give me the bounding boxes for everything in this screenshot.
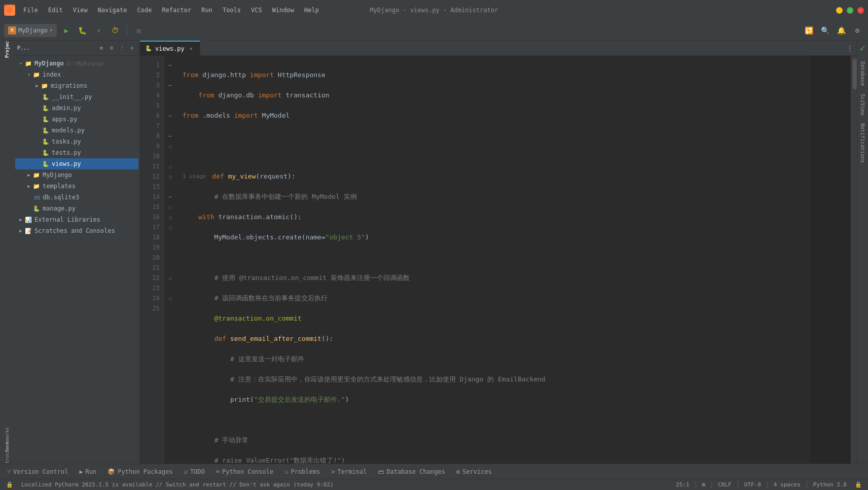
code-line-8: with transaction.atomic():	[183, 212, 804, 222]
run-button[interactable]: ▶	[60, 24, 73, 37]
code-line-11: # 使用 @transaction.on_commit 装饰器来注册一个回调函数	[183, 273, 804, 283]
code-content[interactable]: from django.http import HttpResponse fro…	[176, 56, 810, 464]
update-button[interactable]: 🔁	[802, 24, 815, 37]
gutter-bp-22[interactable]: ○	[164, 273, 176, 283]
tree-item-ext-libs[interactable]: ▶ 📊 External Libraries	[15, 214, 138, 225]
bottom-tab-terminal[interactable]: > Terminal	[326, 465, 372, 479]
tree-label: views.py	[52, 160, 81, 167]
menu-file[interactable]: File	[19, 5, 42, 15]
vertical-scrollbar[interactable]	[851, 56, 857, 464]
minimize-button[interactable]: ─	[836, 7, 843, 14]
tree-item-tasks[interactable]: 🐍 tasks.py	[15, 136, 138, 147]
bottom-tab-database-changes[interactable]: 🗃 Database Changes	[373, 465, 450, 479]
tree-label: models.py	[52, 127, 85, 134]
tree-item-views[interactable]: 🐍 views.py	[15, 158, 138, 169]
tab-more-button[interactable]: ⋮	[843, 45, 857, 52]
close-button[interactable]: ✕	[857, 7, 864, 14]
gutter-bp-17[interactable]: ○	[164, 222, 176, 232]
django-icon: 🐍	[42, 104, 50, 112]
bottom-tab-label: Python Packages	[118, 468, 172, 475]
close-panel-button[interactable]: ✕	[127, 44, 136, 53]
menu-tools[interactable]: Tools	[219, 5, 245, 15]
gutter-fold-6[interactable]: ⌐	[164, 111, 176, 121]
tree-label: External Libraries	[34, 216, 100, 223]
minimap	[810, 56, 851, 464]
python-interpreter[interactable]: Python 3.8	[811, 481, 849, 488]
coverage-button[interactable]: ⚡	[92, 24, 105, 37]
tree-item-index[interactable]: ▾ 📁 index	[15, 69, 138, 80]
tree-item-manage[interactable]: 🐍 manage.py	[15, 203, 138, 214]
menu-code[interactable]: Code	[133, 5, 156, 15]
tree-item-migrations[interactable]: ▶ 📁 migrations	[15, 80, 138, 91]
debug-button[interactable]: 🐛	[76, 24, 89, 37]
run-config-dropdown[interactable]: ▾	[50, 27, 53, 33]
services-icon: ⚙	[456, 468, 460, 475]
settings-button[interactable]: ⚙	[851, 24, 864, 37]
tree-item-apps[interactable]: 🐍 apps.py	[15, 114, 138, 125]
tree-item-init[interactable]: 🐍 __init__.py	[15, 91, 138, 102]
tree-item-db[interactable]: 🗃 db.sqlite3	[15, 192, 138, 203]
menu-navigate[interactable]: Navigate	[94, 5, 131, 15]
tab-close-button[interactable]: ✕	[188, 45, 195, 52]
tree-item-models[interactable]: 🐍 models.py	[15, 125, 138, 136]
code-line-4	[183, 131, 804, 141]
gutter-bp-9[interactable]: ○	[164, 141, 176, 151]
menu-help[interactable]: Help	[300, 5, 323, 15]
bottom-tab-problems[interactable]: ⚠ Problems	[279, 465, 325, 479]
gutter-fold-14[interactable]: ⌐	[164, 192, 176, 202]
gutter-fold-1[interactable]: ⌐	[164, 60, 176, 70]
encoding[interactable]: UTF-8	[742, 481, 763, 488]
gutter-bp-16[interactable]: ○	[164, 212, 176, 222]
gutter-fold-3[interactable]: ⌐	[164, 80, 176, 90]
stop-button[interactable]: ■	[132, 24, 146, 37]
menu-vcs[interactable]: VCS	[247, 5, 266, 15]
project-panel-toggle[interactable]: Project	[2, 43, 13, 54]
tree-item-templates[interactable]: ▶ 📁 templates	[15, 181, 138, 192]
bottom-tab-services[interactable]: ⚙ Services	[451, 465, 497, 479]
database-panel-toggle[interactable]: Database	[858, 57, 867, 90]
search-everywhere-button[interactable]: 🔍	[818, 24, 831, 37]
tree-item-tests[interactable]: 🐍 tests.py	[15, 147, 138, 158]
indent[interactable]: 4 spaces	[772, 481, 803, 488]
menu-refactor[interactable]: Refactor	[158, 5, 195, 15]
line-separator[interactable]: CRLF	[716, 481, 734, 488]
gutter-bp-24[interactable]: ○	[164, 293, 176, 303]
bottom-tab-run[interactable]: ▶ Run	[74, 465, 101, 479]
menu-edit[interactable]: Edit	[44, 5, 67, 15]
bottom-tab-version-control[interactable]: ⑂ Version Control	[2, 465, 73, 479]
gutter-bp-11[interactable]: ○	[164, 161, 176, 171]
editor-tab-views[interactable]: 🐍 views.py ✕	[140, 41, 200, 56]
file-tree: ▾ 📁 MyDjango D:\MyDjango ▾ 📁 index ▶ 📁 m…	[14, 56, 139, 464]
bottom-tab-python-packages[interactable]: 📦 Python Packages	[102, 465, 177, 479]
sciview-panel-toggle[interactable]: SciView	[858, 90, 867, 119]
bottom-tab-python-console[interactable]: ⌨ Python Console	[211, 465, 278, 479]
expand-arrow: ▶	[33, 82, 41, 89]
notification-text[interactable]: Localized PyCharm 2023.1.5 is available …	[19, 481, 336, 488]
maximize-button[interactable]: □	[847, 7, 853, 14]
tree-item-scratches[interactable]: ▶ 📝 Scratches and Consoles	[15, 225, 138, 236]
tree-label: admin.py	[52, 104, 81, 112]
panel-options-button[interactable]: ⋮	[117, 44, 126, 53]
tree-item-admin[interactable]: 🐍 admin.py	[15, 102, 138, 114]
line-numbers: 1 2 3 4 5 6 7 8 9 10 11 12 13 14 15 16 1…	[140, 56, 164, 464]
tree-item-mydj2[interactable]: ▶ 📁 MyDjango	[15, 169, 138, 181]
bottom-tab-todo[interactable]: ☑ TODO	[179, 465, 210, 479]
gutter-fold-8[interactable]: ⌐	[164, 131, 176, 141]
run-configuration[interactable]: M MyDjango ▾	[4, 24, 57, 37]
profile-button[interactable]: ⏱	[108, 24, 122, 37]
menu-view[interactable]: View	[69, 5, 92, 15]
cursor-position[interactable]: 25:1	[674, 481, 692, 488]
structure-toggle[interactable]: Structure	[2, 448, 13, 460]
notifications-panel-toggle[interactable]: Notifications	[858, 119, 867, 167]
locate-file-button[interactable]: ⊕	[97, 44, 106, 53]
collapse-all-button[interactable]: ≡	[107, 44, 116, 53]
tree-item-root[interactable]: ▾ 📁 MyDjango D:\MyDjango	[15, 58, 138, 69]
menu-window[interactable]: Window	[268, 5, 298, 15]
gutter-bp-15[interactable]: ○	[164, 202, 176, 212]
code-line-7: # 在数据库事务中创建一个新的 MyModel 实例	[183, 192, 804, 202]
notifications-button[interactable]: 🔔	[835, 24, 848, 37]
menu-run[interactable]: Run	[197, 5, 216, 15]
gutter-bp-12[interactable]: ○	[164, 171, 176, 182]
lock-status[interactable]: 🔒	[4, 481, 15, 488]
scrollbar-thumb[interactable]	[853, 59, 857, 89]
